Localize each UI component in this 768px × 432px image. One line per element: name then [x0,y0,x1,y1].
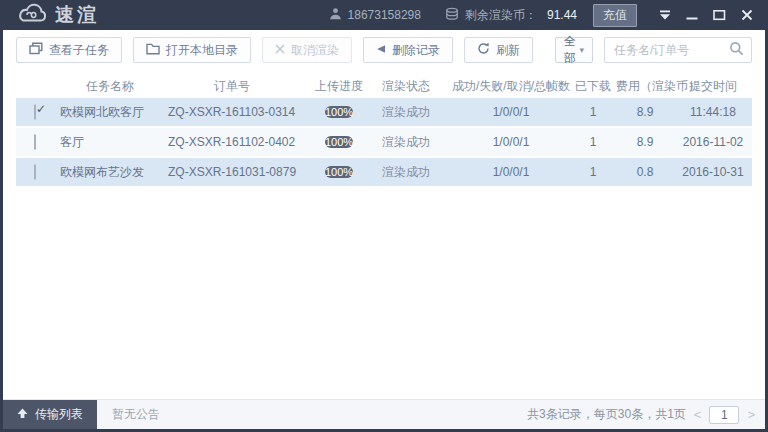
maximize-icon[interactable] [713,9,726,21]
downloaded-count: 1 [570,135,616,149]
records-summary: 共3条记录，每页30条，共1页 [527,406,686,423]
frames-count: 1/0/0/1 [452,165,570,179]
task-table: 任务名称 订单号 上传进度 渲染状态 成功/失败/取消/总帧数 已下载 费用（渲… [3,70,765,188]
col-downloaded: 已下载 [570,78,616,95]
app-window: 速渲 18673158298 剩余渲染币： 91.44 充 [0,0,768,432]
app-logo: 速渲 [15,2,99,28]
render-status: 渲染成功 [380,134,452,151]
col-upload-progress: 上传进度 [298,78,380,95]
titlebar: 速渲 18673158298 剩余渲染币： 91.44 充 [3,0,765,30]
status-filter-value: 全部 [564,33,579,67]
search-box [604,37,752,63]
progress-pill: 100% [325,136,353,148]
table-row[interactable]: 客厅 ZQ-XSXR-161102-0402 100% 渲染成功 1/0/0/1… [16,128,752,156]
coin-icon [445,7,459,24]
progress-pill: 100% [325,106,353,118]
row-checkbox[interactable] [34,164,36,180]
menu-skin-icon[interactable] [659,10,671,20]
minimize-icon[interactable] [686,9,698,21]
cost-value: 8.9 [616,105,674,119]
table-header: 任务名称 订单号 上传进度 渲染状态 成功/失败/取消/总帧数 已下载 费用（渲… [16,74,752,98]
refresh-icon [477,42,490,58]
delete-triangle-icon [376,43,386,57]
col-submit-time: 提交时间 [674,78,752,95]
submit-time: 11:44:18 [674,105,752,119]
balance-label: 剩余渲染币： [465,7,537,24]
user-icon [329,7,342,23]
downloaded-count: 1 [570,105,616,119]
submit-time: 2016-10-31 [674,165,752,179]
submit-time: 2016-11-02 [674,135,752,149]
col-render-status: 渲染状态 [380,78,452,95]
view-subtasks-button[interactable]: 查看子任务 [16,37,122,63]
order-no: ZQ-XSXR-161103-0314 [166,105,298,119]
folder-icon [146,43,160,58]
progress-pill: 100% [325,166,353,178]
col-task-name: 任务名称 [54,78,166,95]
render-status: 渲染成功 [380,164,452,181]
search-input[interactable] [612,42,729,58]
row-checkbox[interactable] [34,134,36,150]
cost-value: 8.9 [616,135,674,149]
subtask-windows-icon [29,42,43,58]
announcement-text: 暂无公告 [112,406,160,423]
prev-page-icon[interactable]: < [694,408,702,421]
open-local-dir-button[interactable]: 打开本地目录 [133,37,251,63]
user-account: 18673158298 [329,7,421,23]
task-name: 欧模网布艺沙发 [54,164,166,181]
chevron-down-icon: ▾ [579,45,584,55]
col-cost: 费用（渲染币） [616,78,674,95]
status-filter-select[interactable]: 全部 ▾ [555,37,593,63]
order-no: ZQ-XSXR-161102-0402 [166,135,298,149]
user-phone: 18673158298 [348,8,421,22]
next-page-icon[interactable]: > [747,408,755,421]
cloud-logo-icon [15,2,49,28]
refresh-button[interactable]: 刷新 [464,37,533,63]
render-status: 渲染成功 [380,104,452,121]
table-row[interactable]: 欧模网北欧客厅 ZQ-XSXR-161103-0314 100% 渲染成功 1/… [16,98,752,126]
col-frames: 成功/失败/取消/总帧数 [452,78,570,95]
toolbar: 查看子任务 打开本地目录 取消渲染 删除记录 [3,30,765,70]
col-order-no: 订单号 [166,78,298,95]
frames-count: 1/0/0/1 [452,135,570,149]
page-number-box[interactable]: 1 [709,406,739,424]
frames-count: 1/0/0/1 [452,105,570,119]
cancel-x-icon [275,43,285,57]
upload-arrow-icon [17,408,28,422]
transfer-list-button[interactable]: 传输列表 [3,400,97,429]
delete-records-button[interactable]: 删除记录 [363,37,453,63]
balance-value: 91.44 [547,8,577,22]
task-name: 欧模网北欧客厅 [54,104,166,121]
recharge-button[interactable]: 充值 [593,4,637,27]
order-no: ZQ-XSXR-161031-0879 [166,165,298,179]
task-name: 客厅 [54,134,166,151]
close-icon[interactable] [741,9,753,21]
cost-value: 0.8 [616,165,674,179]
empty-area [3,188,765,399]
cancel-render-button[interactable]: 取消渲染 [262,37,352,63]
search-icon[interactable] [729,41,744,60]
app-title: 速渲 [55,2,99,28]
downloaded-count: 1 [570,165,616,179]
statusbar: 传输列表 暂无公告 共3条记录，每页30条，共1页 < 1 > [3,399,765,429]
row-checkbox[interactable] [34,104,36,120]
table-row[interactable]: 欧模网布艺沙发 ZQ-XSXR-161031-0879 100% 渲染成功 1/… [16,158,752,186]
